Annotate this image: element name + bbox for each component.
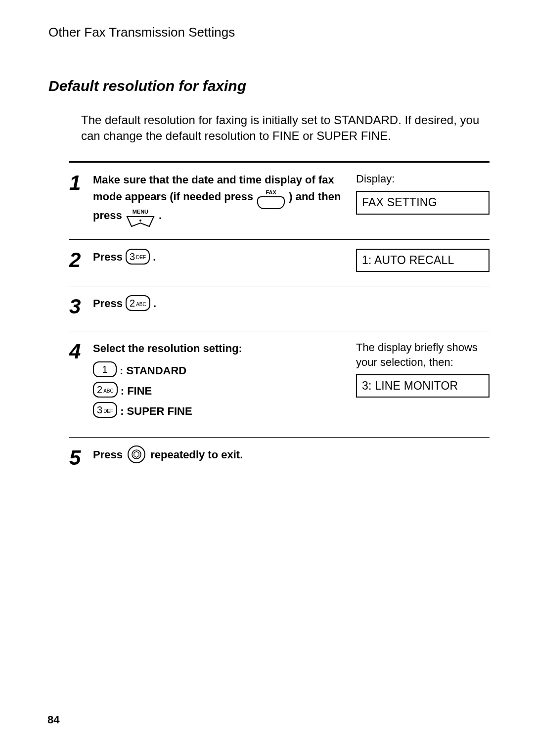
step-row: 3 Press 2 ABC . [69,286,490,331]
step-instruction: Press repeatedly to exit. [93,446,356,468]
step3-text-b: . [153,297,156,310]
step-number: 3 [69,295,93,317]
display-note: The display briefly shows your selection… [356,340,490,369]
key-main: 1 [102,362,107,377]
step-row: 2 Press 3 DEF . 1: AUTO RECALL [69,240,490,286]
option-label: : FINE [121,383,152,399]
running-header: Other Fax Transmission Settings [48,25,490,40]
option-line: 2 ABC : FINE [93,383,347,399]
key-main: 3 [97,402,102,417]
menu-key-label: MENU [133,209,148,215]
display-box: 1: AUTO RECALL [356,249,490,272]
option-line: 3 DEF : SUPER FINE [93,403,347,419]
page-number: 84 [47,713,59,726]
step-row: 5 Press repeatedly to exit. [69,438,490,482]
steps-table: 1 Make sure that the date and time displ… [69,161,490,482]
key-sub: DEF [103,407,113,415]
key-sub: ABC [103,387,114,395]
key-sub: DEF [136,254,146,261]
key-main: 2 [130,296,135,311]
step-display [356,295,490,317]
svg-point-0 [139,220,141,222]
step-number: 5 [69,446,93,468]
step-instruction: Select the resolution setting: 1 : STAND… [93,340,356,423]
step2-text-a: Press [93,251,123,263]
key-sub: ABC [136,301,146,308]
step-number: 1 [69,172,93,225]
display-label: Display: [356,172,490,186]
key-3-icon: 3 DEF [126,249,150,265]
key-main: 2 [97,382,102,397]
option-label: : STANDARD [120,362,186,379]
step5-text-a: Press [93,448,123,461]
option-line: 1 : STANDARD [93,362,347,379]
key-2-icon: 2 ABC [93,382,118,398]
step-number: 4 [69,340,93,423]
document-page: Other Fax Transmission Settings Default … [0,0,534,756]
section-title: Default resolution for faxing [48,78,490,94]
fax-key-shape [257,196,285,209]
fax-key-icon: FAX [257,190,285,209]
step-display: The display briefly shows your selection… [356,340,490,423]
step-display: Display: FAX SETTING [356,172,490,225]
intro-paragraph: The default resolution for faxing is ini… [81,112,486,144]
step-instruction: Make sure that the date and time display… [93,172,356,225]
step-row: 4 Select the resolution setting: 1 : STA… [69,331,490,438]
key-3-icon: 3 DEF [93,402,117,418]
step5-text-b: repeatedly to exit. [150,448,243,461]
step2-text-b: . [153,251,156,263]
step-row: 1 Make sure that the date and time displ… [69,163,490,240]
step-instruction: Press 3 DEF . [93,249,356,272]
stop-key-icon [128,445,145,463]
step-number: 2 [69,249,93,272]
key-main: 3 [130,249,135,264]
menu-key-shape [126,216,155,227]
step-display: 1: AUTO RECALL [356,249,490,272]
display-box: 3: LINE MONITOR [356,374,490,398]
fax-key-label: FAX [266,190,276,195]
display-box: FAX SETTING [356,191,490,214]
step-instruction: Press 2 ABC . [93,295,356,317]
svg-marker-2 [134,451,139,457]
step4-heading: Select the resolution setting: [93,340,347,356]
key-1-icon: 1 [93,361,117,377]
key-2-icon: 2 ABC [126,295,150,311]
step-display [356,446,490,468]
step1-text-c: . [159,209,162,222]
option-label: : SUPER FINE [120,403,192,419]
step3-text-a: Press [93,297,123,310]
menu-key-icon: MENU [126,209,155,227]
